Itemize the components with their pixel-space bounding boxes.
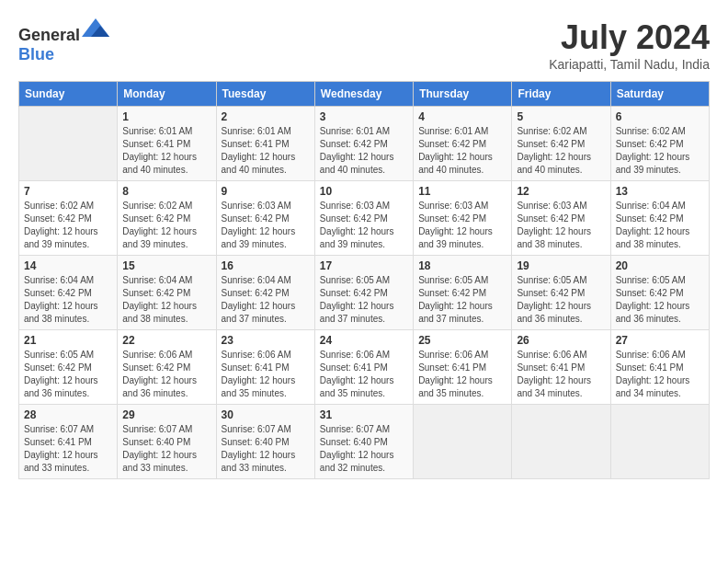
calendar-day-cell: 24Sunrise: 6:06 AM Sunset: 6:41 PM Dayli… — [314, 330, 413, 405]
day-info: Sunrise: 6:06 AM Sunset: 6:41 PM Dayligh… — [222, 349, 310, 400]
calendar-week-row: 14Sunrise: 6:04 AM Sunset: 6:42 PM Dayli… — [19, 256, 710, 330]
calendar-week-row: 21Sunrise: 6:05 AM Sunset: 6:42 PM Dayli… — [19, 330, 710, 405]
day-number: 8 — [122, 185, 210, 198]
day-info: Sunrise: 6:05 AM Sunset: 6:42 PM Dayligh… — [418, 274, 506, 326]
calendar-day-cell: 22Sunrise: 6:06 AM Sunset: 6:42 PM Dayli… — [118, 330, 216, 405]
day-info: Sunrise: 6:03 AM Sunset: 6:42 PM Dayligh… — [517, 200, 605, 251]
day-number: 22 — [122, 334, 210, 347]
day-info: Sunrise: 6:04 AM Sunset: 6:42 PM Dayligh… — [24, 274, 112, 326]
calendar-header: Sunday Monday Tuesday Wednesday Thursday… — [19, 82, 710, 107]
day-number: 25 — [418, 334, 506, 347]
day-number: 26 — [517, 334, 605, 347]
calendar-day-cell: 6Sunrise: 6:02 AM Sunset: 6:42 PM Daylig… — [610, 107, 709, 181]
calendar-week-row: 1Sunrise: 6:01 AM Sunset: 6:41 PM Daylig… — [19, 107, 710, 181]
day-info: Sunrise: 6:01 AM Sunset: 6:41 PM Dayligh… — [122, 125, 210, 177]
day-number: 13 — [616, 185, 704, 198]
calendar-day-cell: 23Sunrise: 6:06 AM Sunset: 6:41 PM Dayli… — [216, 330, 314, 405]
calendar-day-cell — [610, 405, 709, 479]
day-number: 5 — [517, 110, 605, 123]
logo-general-text: General — [18, 26, 80, 44]
day-info: Sunrise: 6:04 AM Sunset: 6:42 PM Dayligh… — [122, 274, 210, 326]
day-info: Sunrise: 6:06 AM Sunset: 6:41 PM Dayligh… — [616, 349, 704, 400]
day-number: 6 — [616, 110, 704, 123]
days-of-week-row: Sunday Monday Tuesday Wednesday Thursday… — [19, 82, 710, 107]
day-number: 20 — [616, 259, 704, 272]
logo: General Blue — [18, 18, 109, 64]
day-number: 24 — [320, 334, 408, 347]
title-block: July 2024 Kariapatti, Tamil Nadu, India — [549, 18, 710, 72]
logo-blue-text: Blue — [18, 45, 54, 63]
calendar-day-cell: 8Sunrise: 6:02 AM Sunset: 6:42 PM Daylig… — [118, 181, 216, 256]
calendar-day-cell: 1Sunrise: 6:01 AM Sunset: 6:41 PM Daylig… — [118, 107, 216, 181]
col-thursday: Thursday — [414, 82, 512, 107]
day-number: 29 — [122, 408, 210, 421]
day-number: 23 — [222, 334, 310, 347]
calendar-day-cell: 30Sunrise: 6:07 AM Sunset: 6:40 PM Dayli… — [216, 405, 314, 479]
day-info: Sunrise: 6:01 AM Sunset: 6:42 PM Dayligh… — [418, 125, 506, 177]
calendar-day-cell: 13Sunrise: 6:04 AM Sunset: 6:42 PM Dayli… — [610, 181, 709, 256]
calendar-day-cell — [19, 107, 118, 181]
calendar-day-cell: 25Sunrise: 6:06 AM Sunset: 6:41 PM Dayli… — [414, 330, 512, 405]
calendar-day-cell: 5Sunrise: 6:02 AM Sunset: 6:42 PM Daylig… — [512, 107, 610, 181]
calendar-body: 1Sunrise: 6:01 AM Sunset: 6:41 PM Daylig… — [19, 107, 710, 479]
calendar-day-cell: 12Sunrise: 6:03 AM Sunset: 6:42 PM Dayli… — [512, 181, 610, 256]
day-number: 30 — [222, 408, 310, 421]
col-friday: Friday — [512, 82, 610, 107]
day-number: 19 — [517, 259, 605, 272]
calendar-day-cell: 15Sunrise: 6:04 AM Sunset: 6:42 PM Dayli… — [118, 256, 216, 330]
day-info: Sunrise: 6:03 AM Sunset: 6:42 PM Dayligh… — [320, 200, 408, 251]
day-number: 1 — [122, 110, 210, 123]
calendar-day-cell: 29Sunrise: 6:07 AM Sunset: 6:40 PM Dayli… — [118, 405, 216, 479]
calendar-day-cell: 20Sunrise: 6:05 AM Sunset: 6:42 PM Dayli… — [610, 256, 709, 330]
day-info: Sunrise: 6:07 AM Sunset: 6:40 PM Dayligh… — [122, 423, 210, 475]
day-info: Sunrise: 6:02 AM Sunset: 6:42 PM Dayligh… — [122, 200, 210, 251]
calendar-day-cell: 2Sunrise: 6:01 AM Sunset: 6:41 PM Daylig… — [216, 107, 314, 181]
day-number: 2 — [222, 110, 310, 123]
day-info: Sunrise: 6:04 AM Sunset: 6:42 PM Dayligh… — [616, 200, 704, 251]
calendar-day-cell: 11Sunrise: 6:03 AM Sunset: 6:42 PM Dayli… — [414, 181, 512, 256]
day-info: Sunrise: 6:02 AM Sunset: 6:42 PM Dayligh… — [517, 125, 605, 177]
day-info: Sunrise: 6:07 AM Sunset: 6:41 PM Dayligh… — [24, 423, 112, 475]
day-info: Sunrise: 6:05 AM Sunset: 6:42 PM Dayligh… — [616, 274, 704, 326]
day-info: Sunrise: 6:01 AM Sunset: 6:42 PM Dayligh… — [320, 125, 408, 177]
day-info: Sunrise: 6:04 AM Sunset: 6:42 PM Dayligh… — [222, 274, 310, 326]
month-year-title: July 2024 — [549, 18, 710, 57]
day-info: Sunrise: 6:06 AM Sunset: 6:41 PM Dayligh… — [320, 349, 408, 400]
calendar-day-cell: 28Sunrise: 6:07 AM Sunset: 6:41 PM Dayli… — [19, 405, 118, 479]
page-header: General Blue July 2024 Kariapatti, Tamil… — [18, 18, 710, 72]
day-info: Sunrise: 6:07 AM Sunset: 6:40 PM Dayligh… — [320, 423, 408, 475]
calendar-day-cell: 14Sunrise: 6:04 AM Sunset: 6:42 PM Dayli… — [19, 256, 118, 330]
col-sunday: Sunday — [19, 82, 118, 107]
col-wednesday: Wednesday — [314, 82, 413, 107]
day-number: 9 — [222, 185, 310, 198]
col-monday: Monday — [118, 82, 216, 107]
day-info: Sunrise: 6:05 AM Sunset: 6:42 PM Dayligh… — [24, 349, 112, 400]
calendar-day-cell: 21Sunrise: 6:05 AM Sunset: 6:42 PM Dayli… — [19, 330, 118, 405]
day-number: 7 — [24, 185, 112, 198]
calendar-day-cell: 17Sunrise: 6:05 AM Sunset: 6:42 PM Dayli… — [314, 256, 413, 330]
day-number: 10 — [320, 185, 408, 198]
calendar-day-cell: 10Sunrise: 6:03 AM Sunset: 6:42 PM Dayli… — [314, 181, 413, 256]
day-number: 12 — [517, 185, 605, 198]
col-tuesday: Tuesday — [216, 82, 314, 107]
calendar-day-cell: 19Sunrise: 6:05 AM Sunset: 6:42 PM Dayli… — [512, 256, 610, 330]
day-number: 31 — [320, 408, 408, 421]
calendar-table: Sunday Monday Tuesday Wednesday Thursday… — [18, 81, 710, 479]
day-info: Sunrise: 6:07 AM Sunset: 6:40 PM Dayligh… — [222, 423, 310, 475]
day-number: 15 — [122, 259, 210, 272]
day-number: 16 — [222, 259, 310, 272]
calendar-week-row: 7Sunrise: 6:02 AM Sunset: 6:42 PM Daylig… — [19, 181, 710, 256]
day-number: 28 — [24, 408, 112, 421]
calendar-day-cell: 31Sunrise: 6:07 AM Sunset: 6:40 PM Dayli… — [314, 405, 413, 479]
calendar-day-cell — [512, 405, 610, 479]
calendar-day-cell: 27Sunrise: 6:06 AM Sunset: 6:41 PM Dayli… — [610, 330, 709, 405]
day-info: Sunrise: 6:01 AM Sunset: 6:41 PM Dayligh… — [222, 125, 310, 177]
day-info: Sunrise: 6:06 AM Sunset: 6:41 PM Dayligh… — [418, 349, 506, 400]
day-info: Sunrise: 6:03 AM Sunset: 6:42 PM Dayligh… — [418, 200, 506, 251]
calendar-day-cell: 26Sunrise: 6:06 AM Sunset: 6:41 PM Dayli… — [512, 330, 610, 405]
day-info: Sunrise: 6:03 AM Sunset: 6:42 PM Dayligh… — [222, 200, 310, 251]
day-info: Sunrise: 6:05 AM Sunset: 6:42 PM Dayligh… — [320, 274, 408, 326]
day-number: 11 — [418, 185, 506, 198]
day-number: 21 — [24, 334, 112, 347]
day-number: 17 — [320, 259, 408, 272]
